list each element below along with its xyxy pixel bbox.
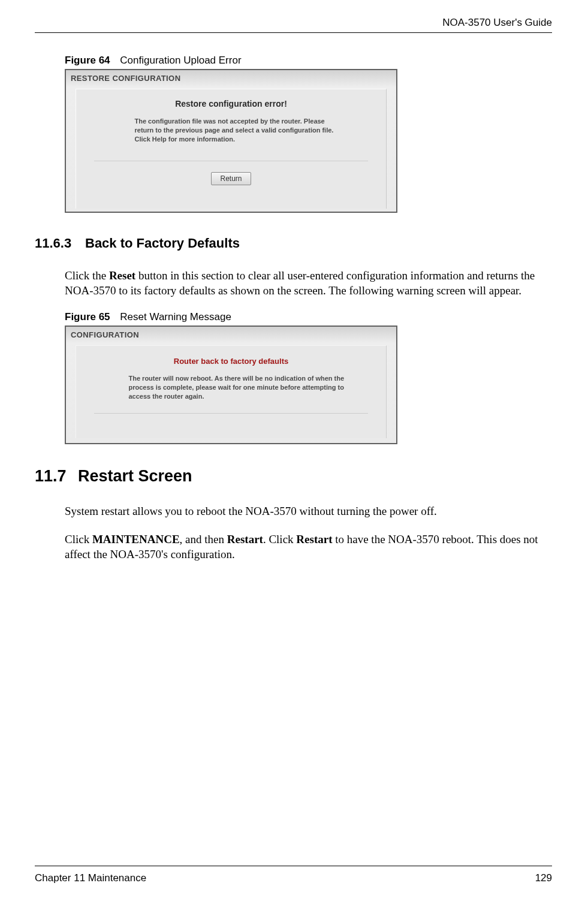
figure-64-screenshot: RESTORE CONFIGURATION Restore configurat… (65, 69, 397, 213)
factory-defaults-body: The router will now reboot. As there wil… (114, 374, 348, 401)
configuration-titlebar: CONFIGURATION (66, 327, 396, 345)
restore-config-panel: Restore configuration error! The configu… (76, 89, 387, 209)
page-footer: Chapter 11 Maintenance 129 (35, 866, 552, 884)
restart-bold: Restart (227, 533, 263, 546)
return-button[interactable]: Return (211, 172, 251, 185)
figure-title: Reset Warning Message (120, 311, 231, 323)
figure-64-caption: Figure 64 Configuration Upload Error (65, 55, 552, 67)
section-title: Restart Screen (78, 467, 192, 485)
page-header: NOA-3570 User's Guide (35, 17, 552, 33)
restart-bold-2: Restart (296, 533, 332, 546)
section-11-7-para2: Click MAINTENANCE, and then Restart. Cli… (65, 532, 552, 562)
divider (94, 161, 368, 161)
factory-defaults-title: Router back to factory defaults (76, 357, 386, 366)
figure-65-caption: Figure 65 Reset Warning Message (65, 311, 552, 323)
restore-error-body: The configuration file was not accepted … (120, 117, 342, 144)
figure-label: Figure 64 (65, 55, 110, 66)
section-number: 11.6.3 (35, 236, 85, 251)
figure-title: Configuration Upload Error (120, 55, 241, 66)
section-11-6-3-body: Click the Reset button in this section t… (65, 268, 552, 298)
section-11-7-heading: 11.7Restart Screen (35, 467, 552, 486)
restore-error-title: Restore configuration error! (76, 99, 386, 109)
section-11-6-3-heading: 11.6.3Back to Factory Defaults (35, 236, 552, 251)
section-11-7-para1: System restart allows you to reboot the … (65, 504, 552, 519)
page-number: 129 (535, 872, 552, 884)
reset-bold: Reset (109, 269, 135, 282)
maintenance-bold: MAINTENANCE (92, 533, 180, 546)
chapter-label: Chapter 11 Maintenance (35, 872, 146, 884)
figure-65-screenshot: CONFIGURATION Router back to factory def… (65, 326, 397, 444)
section-title: Back to Factory Defaults (85, 236, 240, 251)
configuration-panel: Router back to factory defaults The rout… (76, 345, 387, 438)
section-number: 11.7 (35, 467, 78, 486)
figure-label: Figure 65 (65, 311, 110, 323)
divider (94, 413, 368, 414)
restore-config-titlebar: RESTORE CONFIGURATION (66, 70, 396, 89)
guide-title: NOA-3570 User's Guide (442, 17, 552, 29)
